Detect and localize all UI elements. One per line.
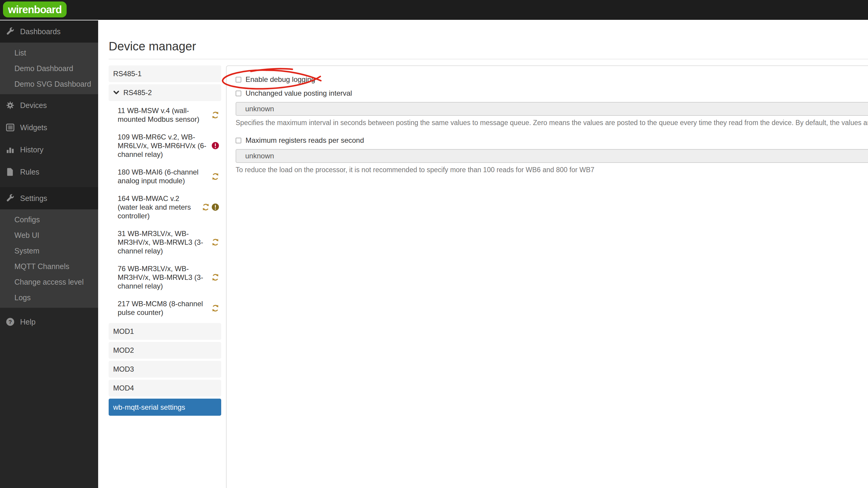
checkbox-label[interactable]: Maximum registers reads per second: [246, 136, 364, 144]
port-row-mod3[interactable]: MOD3: [108, 361, 221, 378]
device-list: RS485-1 RS485-2 11 WB-MSW v.4 (wall-moun…: [108, 65, 221, 416]
maximum-registers-reads-row: Maximum registers reads per second: [236, 135, 868, 145]
sidebar-item-label: Help: [20, 318, 35, 326]
serial-settings-panel: Enable debug logging Unchanged value pos…: [226, 65, 868, 488]
sidebar-item-label: Devices: [20, 101, 47, 110]
chevron-down-icon: [113, 90, 120, 96]
device-row[interactable]: 217 WB-MCM8 (8-channel pulse counter): [108, 295, 221, 321]
port-row-rs485-1[interactable]: RS485-1: [108, 65, 221, 82]
maximum-registers-reads-input[interactable]: [236, 149, 868, 163]
device-row[interactable]: 11 WB-MSW v.4 (wall-mounted Modbus senso…: [108, 102, 221, 128]
refresh-icon[interactable]: [202, 203, 210, 211]
port-label: MOD4: [113, 384, 134, 392]
refresh-icon[interactable]: [211, 111, 219, 119]
question-circle-icon: [5, 317, 15, 327]
port-label: MOD2: [113, 346, 134, 355]
port-row-rs485-2[interactable]: RS485-2: [108, 84, 221, 101]
port-label: RS485-1: [113, 70, 142, 78]
wirenboard-logo-text: wirenboard: [8, 4, 62, 15]
device-row[interactable]: 31 WB-MR3LV/x, WB-MR3HV/x, WB-MRWL3 (3-c…: [108, 225, 221, 260]
sidebar-item-label: Dashboards: [20, 27, 61, 36]
sidebar-item-help[interactable]: Help: [0, 311, 98, 333]
sidebar-item-label: Settings: [20, 194, 47, 203]
port-label: wb-mqtt-serial settings: [113, 403, 185, 412]
device-label: 164 WB-MWAC v.2 (water leak and meters c…: [118, 194, 202, 220]
device-row[interactable]: 180 WB-MAI6 (6-channel analog input modu…: [108, 163, 221, 190]
device-label: 109 WB-MR6C v.2, WB-MR6LV/x, WB-MR6HV/x …: [118, 133, 211, 159]
sidebar-item-demo-svg-dashboard[interactable]: Demo SVG Dashboard: [0, 76, 98, 92]
sidebar-item-demo-dashboard[interactable]: Demo Dashboard: [0, 61, 98, 76]
wirenboard-logo[interactable]: wirenboard: [3, 1, 67, 18]
sidebar-item-change-access-level[interactable]: Change access level: [0, 274, 98, 290]
file-icon: [5, 167, 15, 177]
device-label: 76 WB-MR3LV/x, WB-MR3HV/x, WB-MRWL3 (3-c…: [118, 264, 211, 290]
sidebar-item-rules[interactable]: Rules: [0, 161, 98, 183]
device-label: 180 WB-MAI6 (6-channel analog input modu…: [118, 168, 211, 185]
sidebar-item-settings[interactable]: Settings: [0, 187, 98, 209]
sidebar-item-logs[interactable]: Logs: [0, 290, 98, 305]
page-title: Device manager: [108, 40, 196, 53]
refresh-icon[interactable]: [211, 273, 219, 281]
port-row-mod1[interactable]: MOD1: [108, 323, 221, 340]
sidebar-item-dashboards[interactable]: Dashboards: [0, 21, 98, 42]
sidebar-item-mqtt-channels[interactable]: MQTT Channels: [0, 259, 98, 274]
sidebar-item-label: Widgets: [20, 123, 47, 132]
checkbox-label[interactable]: Unchanged value posting interval: [246, 89, 352, 97]
top-bar: wirenboard: [0, 0, 868, 20]
field-help-text: To reduce the load on the processor, it …: [236, 166, 868, 174]
device-label: 11 WB-MSW v.4 (wall-mounted Modbus senso…: [118, 106, 211, 124]
port-label: RS485-2: [123, 89, 152, 97]
device-label: 217 WB-MCM8 (8-channel pulse counter): [118, 299, 211, 317]
sidebar-item-label: Rules: [20, 168, 39, 176]
sidebar-item-configs[interactable]: Configs: [0, 212, 98, 227]
bar-chart-icon: [5, 144, 15, 155]
widgets-icon: [5, 122, 15, 133]
sidebar-item-history[interactable]: History: [0, 138, 98, 161]
checkbox-label[interactable]: Enable debug logging: [246, 75, 315, 84]
sidebar-item-label: History: [20, 145, 43, 154]
sidebar-item-web-ui[interactable]: Web UI: [0, 227, 98, 243]
refresh-icon[interactable]: [211, 238, 219, 246]
sidebar: Dashboards List Demo Dashboard Demo SVG …: [0, 21, 98, 488]
device-row[interactable]: 164 WB-MWAC v.2 (water leak and meters c…: [108, 190, 221, 225]
enable-debug-logging-checkbox[interactable]: [236, 77, 241, 83]
device-row[interactable]: 109 WB-MR6C v.2, WB-MR6LV/x, WB-MR6HV/x …: [108, 128, 221, 163]
port-label: MOD1: [113, 327, 134, 336]
maximum-registers-reads-checkbox[interactable]: [236, 138, 241, 143]
rs485-2-devices: 11 WB-MSW v.4 (wall-mounted Modbus senso…: [108, 101, 221, 323]
unchanged-value-posting-interval-checkbox[interactable]: [236, 91, 241, 96]
field-help-text: Specifies the maximum interval in second…: [236, 119, 868, 127]
error-icon: [211, 141, 219, 150]
unchanged-value-posting-interval-row: Unchanged value posting interval: [236, 88, 868, 98]
port-row-wb-mqtt-serial-settings[interactable]: wb-mqtt-serial settings: [108, 399, 221, 416]
port-label: MOD3: [113, 365, 134, 373]
dashboards-submenu: List Demo Dashboard Demo SVG Dashboard: [0, 42, 98, 94]
wrench-icon: [5, 193, 15, 203]
refresh-icon[interactable]: [211, 172, 219, 181]
sidebar-item-list[interactable]: List: [0, 45, 98, 61]
device-label: 31 WB-MR3LV/x, WB-MR3HV/x, WB-MRWL3 (3-c…: [118, 229, 211, 255]
wrench-icon: [5, 26, 15, 37]
title-divider: [108, 59, 868, 59]
warning-icon: [211, 203, 219, 211]
unchanged-value-posting-interval-input[interactable]: [236, 102, 868, 116]
refresh-icon[interactable]: [211, 304, 219, 312]
device-manager-page: wirenboard Dashboards List Demo Dashboar…: [0, 0, 868, 488]
device-row[interactable]: 76 WB-MR3LV/x, WB-MR3HV/x, WB-MRWL3 (3-c…: [108, 260, 221, 295]
sidebar-item-devices[interactable]: Devices: [0, 94, 98, 117]
enable-debug-logging-row: Enable debug logging: [236, 74, 868, 85]
gear-icon: [5, 100, 15, 110]
port-row-mod2[interactable]: MOD2: [108, 342, 221, 359]
settings-submenu: Configs Web UI System MQTT Channels Chan…: [0, 209, 98, 308]
sidebar-item-widgets[interactable]: Widgets: [0, 117, 98, 138]
port-row-mod4[interactable]: MOD4: [108, 380, 221, 396]
sidebar-item-system[interactable]: System: [0, 243, 98, 259]
